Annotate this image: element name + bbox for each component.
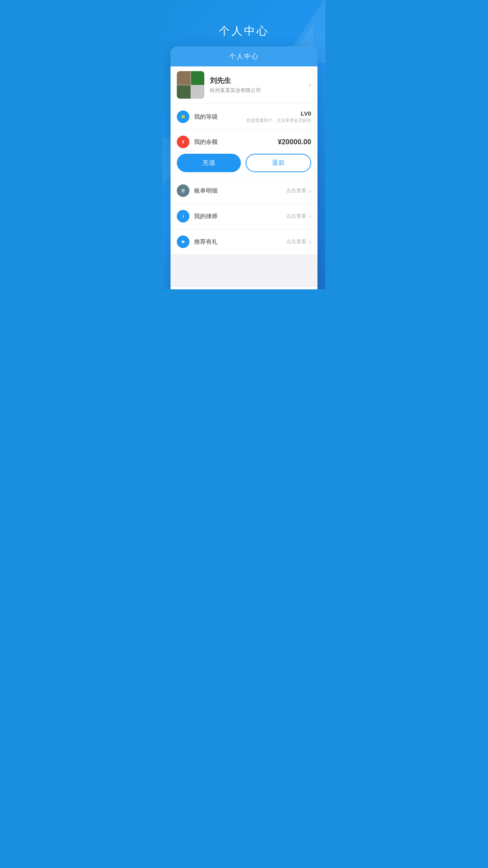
- level-info: LV0 您是普通用户，无法享受会员折扣: [246, 110, 311, 123]
- lawyer-right-text: 点击查看: [286, 213, 306, 220]
- level-row[interactable]: 我的等级 LV0 您是普通用户，无法享受会员折扣: [171, 104, 317, 130]
- bill-right-text: 点击查看: [286, 187, 306, 194]
- svg-text:i: i: [182, 214, 183, 219]
- bill-right: 点击查看 ›: [286, 187, 311, 195]
- nav-item-home[interactable]: 首页: [171, 287, 207, 289]
- page-title: 个人中心: [163, 0, 325, 46]
- svg-text:¥: ¥: [182, 140, 184, 144]
- bill-chevron-icon: ›: [309, 187, 311, 195]
- card-header-title: 个人中心: [229, 53, 259, 60]
- svg-rect-6: [182, 190, 185, 191]
- level-description: 您是普通用户，无法享受会员折扣: [246, 118, 311, 123]
- balance-buttons: 充值 退款: [177, 154, 311, 172]
- recommend-icon: [177, 235, 189, 248]
- chevron-right-icon: ›: [309, 81, 311, 89]
- balance-amount: ¥20000.00: [253, 138, 311, 146]
- user-info-row[interactable]: 刘先生 杭州某某实业有限公司 ›: [171, 66, 317, 104]
- level-icon: [177, 110, 189, 123]
- avatar: [177, 71, 204, 99]
- bill-label: 账单明细: [194, 187, 286, 195]
- lawyer-right: 点击查看 ›: [286, 212, 311, 221]
- lawyer-chevron-icon: ›: [309, 212, 311, 221]
- bill-row[interactable]: 账单明细 点击查看 ›: [171, 178, 317, 204]
- balance-icon: ¥: [177, 136, 189, 148]
- recommend-right: 点击查看 ›: [286, 238, 311, 246]
- user-company: 杭州某某实业有限公司: [210, 87, 309, 94]
- refund-button[interactable]: 退款: [246, 154, 311, 172]
- nav-item-orders[interactable]: 订单: [244, 287, 281, 289]
- bottom-nav: 首页 消息: [171, 286, 317, 289]
- level-label: 我的等级: [194, 113, 246, 121]
- balance-top: ¥ 我的余额 ¥20000.00: [177, 136, 311, 148]
- main-card: 个人中心 刘先生 杭州某某实业有限公司 › 我的等级 LV0 您是普通用户，无法…: [171, 46, 317, 289]
- nav-item-message[interactable]: 消息: [207, 287, 244, 289]
- recharge-button[interactable]: 充值: [177, 154, 241, 172]
- balance-label: 我的余额: [194, 138, 253, 146]
- recommend-right-text: 点击查看: [286, 238, 306, 245]
- user-name: 刘先生: [210, 76, 309, 85]
- svg-rect-5: [182, 189, 185, 190]
- level-badge: LV0: [246, 110, 311, 117]
- nav-item-mine[interactable]: 我的: [281, 287, 318, 289]
- user-text: 刘先生 杭州某某实业有限公司: [210, 76, 309, 94]
- lawyer-row[interactable]: i 我的律师 点击查看 ›: [171, 204, 317, 229]
- card-header: 个人中心: [171, 46, 317, 66]
- recommend-label: 推荐有礼: [194, 238, 286, 246]
- bill-icon: [177, 184, 189, 197]
- lawyer-label: 我的律师: [194, 213, 286, 220]
- recommend-chevron-icon: ›: [309, 238, 311, 246]
- svg-rect-7: [182, 191, 185, 192]
- recommend-row[interactable]: 推荐有礼 点击查看 ›: [171, 229, 317, 255]
- gray-spacer: [171, 255, 317, 286]
- balance-row: ¥ 我的余额 ¥20000.00 充值 退款: [171, 130, 317, 178]
- lawyer-icon: i: [177, 210, 189, 223]
